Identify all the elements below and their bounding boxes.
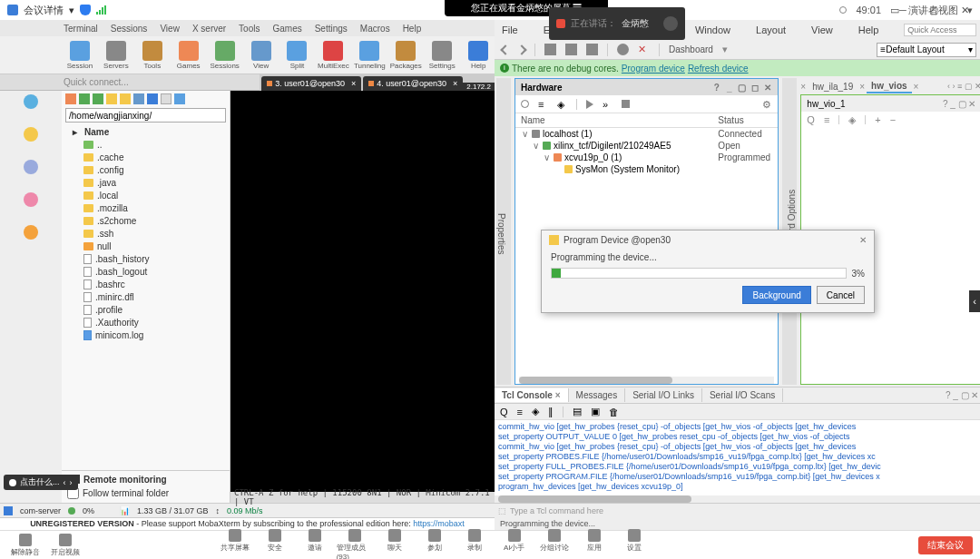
- close-icon[interactable]: ✕: [762, 83, 772, 93]
- meeting-邀请[interactable]: 邀请: [297, 529, 333, 559]
- path-input[interactable]: [65, 108, 226, 123]
- tree-item[interactable]: .s2chome: [62, 214, 230, 227]
- quick-access-input[interactable]: [904, 24, 976, 36]
- tcl-tab-tcl-console[interactable]: Tcl Console ×: [495, 388, 569, 402]
- close-icon[interactable]: ✕: [859, 235, 867, 245]
- menu-view[interactable]: View: [160, 24, 180, 34]
- menu-help[interactable]: Help: [858, 25, 879, 35]
- meeting-管理成员(93)[interactable]: 管理成员(93): [337, 529, 373, 559]
- user-icon[interactable]: [24, 225, 38, 240]
- file-tree[interactable]: ▸Name ...cache.config.java.local.mozilla…: [62, 123, 230, 470]
- tree-item[interactable]: .bash_history: [62, 252, 230, 265]
- cancel-button[interactable]: Cancel: [817, 286, 865, 304]
- home-icon[interactable]: [120, 93, 131, 104]
- menu-terminal[interactable]: Terminal: [64, 24, 98, 34]
- menu-help[interactable]: Help: [403, 24, 422, 34]
- search-icon[interactable]: Q: [500, 407, 508, 417]
- pen-icon[interactable]: [24, 192, 38, 207]
- program-device-link[interactable]: Program device: [622, 64, 685, 74]
- meeting-设置[interactable]: 设置: [616, 529, 652, 559]
- tree-item[interactable]: minicom.log: [62, 329, 230, 341]
- maximize-button[interactable]: ▢: [918, 0, 949, 20]
- close-button[interactable]: ✕: [949, 0, 980, 20]
- tree-item[interactable]: ..: [62, 138, 230, 151]
- minimize-icon[interactable]: _: [724, 83, 734, 93]
- expand-icon[interactable]: ◈: [532, 406, 539, 417]
- tcl-tab-messages[interactable]: Messages: [569, 388, 626, 402]
- hardware-tree-item[interactable]: ∨localhost (1)Connected: [515, 128, 778, 140]
- tool-packages[interactable]: Packages: [389, 41, 422, 70]
- clear-icon[interactable]: ▤: [573, 406, 582, 417]
- meeting-安全[interactable]: 安全: [257, 529, 293, 559]
- tool-icon[interactable]: [24, 160, 38, 174]
- tool-view[interactable]: View: [245, 41, 278, 70]
- minimize-button[interactable]: ─: [887, 0, 918, 20]
- collapse-icon[interactable]: ≡: [824, 114, 829, 125]
- search-icon[interactable]: [521, 100, 529, 108]
- tool-split[interactable]: Split: [281, 41, 314, 70]
- tool-help[interactable]: Help: [462, 41, 495, 70]
- stop-icon[interactable]: [586, 44, 598, 55]
- bar-icon[interactable]: [174, 93, 185, 104]
- tool-multiexec[interactable]: MultiExec: [317, 41, 349, 70]
- step-icon[interactable]: »: [603, 99, 612, 109]
- meeting-AI小手[interactable]: AI小手: [496, 529, 533, 559]
- tool-servers[interactable]: Servers: [100, 41, 132, 70]
- tool-tunneling[interactable]: Tunneling: [353, 41, 386, 70]
- menu-games[interactable]: Games: [272, 24, 301, 34]
- tree-item[interactable]: null: [62, 240, 230, 252]
- restore-icon[interactable]: ▢: [737, 83, 747, 93]
- tree-item[interactable]: .local: [62, 189, 230, 201]
- help-icon[interactable]: ?: [711, 83, 721, 93]
- menu-view[interactable]: View: [811, 25, 833, 35]
- tree-item[interactable]: .profile: [62, 303, 230, 316]
- file-icon[interactable]: [161, 93, 172, 104]
- minus-icon[interactable]: −: [890, 114, 896, 125]
- plus-icon[interactable]: +: [875, 114, 880, 125]
- tree-item[interactable]: .config: [62, 163, 230, 176]
- expand-icon[interactable]: ◈: [848, 114, 856, 126]
- hardware-tree-item[interactable]: ∨xilinx_tcf/Digilent/210249AE5Open: [515, 140, 778, 152]
- flag-icon[interactable]: [147, 93, 158, 104]
- play-icon[interactable]: [586, 100, 593, 109]
- trash-icon[interactable]: 🗑: [609, 407, 619, 417]
- meeting-应用[interactable]: 应用: [576, 529, 612, 559]
- background-button[interactable]: Background: [742, 286, 810, 304]
- star-icon[interactable]: [24, 127, 38, 142]
- tool-games[interactable]: Games: [172, 41, 205, 70]
- menu-x server[interactable]: X server: [192, 24, 226, 34]
- back-icon[interactable]: [500, 44, 510, 54]
- layout-select[interactable]: ≡ Default Layout▾: [877, 43, 976, 57]
- menu-layout[interactable]: Layout: [756, 25, 786, 35]
- meeting-分组讨论[interactable]: 分组讨论: [536, 529, 573, 559]
- quick-connect-bar[interactable]: Quick connect... 3. user01@open30×4. use…: [0, 74, 495, 91]
- tool-tools[interactable]: Tools: [136, 41, 169, 70]
- terminal-tab[interactable]: 3. user01@open30×: [261, 76, 361, 91]
- meeting-录制[interactable]: 录制: [456, 529, 493, 559]
- meeting-开启视频[interactable]: 开启视频: [47, 534, 83, 557]
- tool-session[interactable]: Session: [64, 41, 96, 70]
- menu-settings[interactable]: Settings: [315, 24, 348, 34]
- search-icon[interactable]: Q: [807, 114, 815, 125]
- meeting-共享屏幕[interactable]: 共享屏幕: [217, 529, 253, 559]
- collapse-icon[interactable]: ≡: [517, 407, 523, 417]
- menu-window[interactable]: Window: [695, 25, 730, 35]
- refresh-icon[interactable]: [93, 93, 103, 104]
- tab-hw-vios[interactable]: hw_vios: [867, 80, 911, 93]
- properties-tab[interactable]: Properties: [496, 78, 511, 385]
- menu-sessions[interactable]: Sessions: [111, 24, 148, 34]
- forward-icon[interactable]: [516, 44, 526, 54]
- tree-item[interactable]: .ssh: [62, 227, 230, 240]
- refresh-device-link[interactable]: Refresh device: [688, 64, 749, 74]
- copy-icon[interactable]: ▣: [591, 406, 600, 417]
- expand-icon[interactable]: ◈: [557, 99, 567, 109]
- run-icon[interactable]: [565, 44, 577, 55]
- tree-item[interactable]: .bashrc: [62, 278, 230, 290]
- nav-expand[interactable]: ‹: [969, 290, 980, 312]
- meeting-参划[interactable]: 参划: [416, 529, 453, 559]
- maximize-icon[interactable]: ◻: [750, 83, 760, 93]
- menu-macros[interactable]: Macros: [360, 24, 390, 34]
- globe-icon[interactable]: [24, 94, 38, 109]
- meeting-解除静音[interactable]: 解除静音: [7, 534, 44, 557]
- hardware-tree-item[interactable]: ∨xcvu19p_0 (1)Programmed: [515, 152, 778, 163]
